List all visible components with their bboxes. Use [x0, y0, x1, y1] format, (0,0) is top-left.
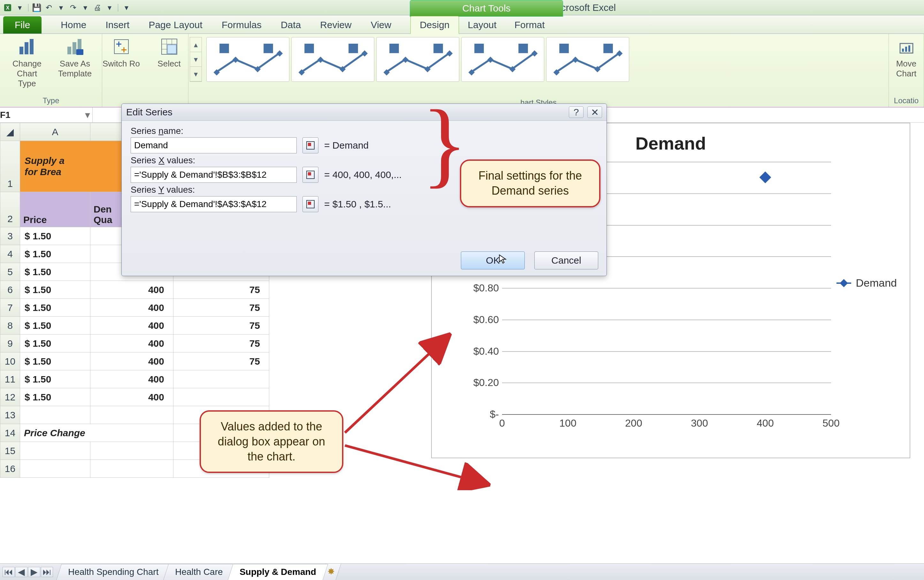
tab-page-layout[interactable]: Page Layout: [139, 16, 212, 33]
chart-style-2[interactable]: [291, 37, 374, 82]
cell-A11[interactable]: $ 1.50: [20, 371, 90, 388]
ok-button[interactable]: OK: [461, 252, 525, 269]
sheet-nav-next-icon[interactable]: ▶: [28, 567, 40, 577]
cell-A7[interactable]: $ 1.50: [20, 299, 90, 317]
series-name-ref-button[interactable]: [303, 137, 319, 153]
row-header-8[interactable]: 8: [0, 317, 20, 334]
cell-C9[interactable]: 75: [173, 334, 269, 353]
select-all-corner[interactable]: ◢: [0, 123, 20, 141]
cell-A3[interactable]: $ 1.50: [20, 227, 90, 245]
sheet-tab-health-spending[interactable]: Health Spending Chart: [56, 564, 171, 580]
sheet-nav-first-icon[interactable]: ⏮: [3, 567, 15, 577]
chart-legend[interactable]: Demand: [837, 277, 897, 289]
series-y-input[interactable]: [131, 196, 297, 212]
scroll-up-icon[interactable]: ▴: [190, 37, 202, 52]
cell-C12[interactable]: [173, 388, 269, 406]
tab-data[interactable]: Data: [271, 16, 311, 33]
row-header-1[interactable]: 1: [0, 141, 20, 192]
sheet-nav-prev-icon[interactable]: ◀: [15, 567, 28, 577]
row-header-5[interactable]: 5: [0, 263, 20, 281]
row-header-11[interactable]: 11: [0, 371, 20, 388]
series-x-input[interactable]: [131, 167, 297, 183]
select-data-button[interactable]: Select: [150, 37, 188, 69]
cell-A2[interactable]: Price: [20, 192, 90, 227]
cell-B12[interactable]: 400: [90, 388, 173, 406]
tab-format[interactable]: Format: [506, 16, 554, 33]
cell-A5[interactable]: $ 1.50: [20, 263, 90, 281]
cell-B13[interactable]: [90, 406, 173, 424]
chart-style-4[interactable]: [461, 37, 544, 82]
undo-icon[interactable]: ↶: [44, 3, 53, 12]
tab-formulas[interactable]: Formulas: [212, 16, 271, 33]
dialog-title-bar[interactable]: Edit Series ? ✕: [122, 104, 607, 121]
cell-C7[interactable]: 75: [173, 299, 269, 317]
row-header-10[interactable]: 10: [0, 353, 20, 371]
tab-design[interactable]: Design: [410, 16, 459, 34]
cell-C8[interactable]: 75: [173, 317, 269, 334]
cell-A10[interactable]: $ 1.50: [20, 353, 90, 371]
cell-B10[interactable]: 400: [90, 353, 173, 371]
cell-A9[interactable]: $ 1.50: [20, 334, 90, 353]
dialog-help-button[interactable]: ?: [569, 106, 584, 118]
cell-B7[interactable]: 400: [90, 299, 173, 317]
chart-style-5[interactable]: [546, 37, 629, 82]
name-box[interactable]: F1 ▾: [0, 107, 93, 122]
cell-C10[interactable]: 75: [173, 353, 269, 371]
name-box-dropdown-icon[interactable]: ▾: [83, 110, 92, 120]
cell-A8[interactable]: $ 1.50: [20, 317, 90, 334]
tab-layout[interactable]: Layout: [459, 16, 506, 33]
row-header-4[interactable]: 4: [0, 245, 20, 263]
gallery-expand-icon[interactable]: ▾: [190, 67, 202, 81]
row-header-13[interactable]: 13: [0, 406, 20, 424]
dialog-close-button[interactable]: ✕: [587, 106, 602, 118]
redo-dropdown-icon[interactable]: ▾: [81, 3, 90, 12]
tab-view[interactable]: View: [361, 16, 401, 33]
chart-style-1[interactable]: [206, 37, 289, 82]
cell-A6[interactable]: $ 1.50: [20, 281, 90, 299]
customize-qat-icon[interactable]: ▾: [122, 3, 131, 12]
move-chart-button[interactable]: Move Chart: [892, 37, 921, 79]
change-chart-type-button[interactable]: Change Chart Type: [8, 37, 46, 89]
cell-B15[interactable]: [90, 442, 173, 460]
sheet-nav-last-icon[interactable]: ⏭: [41, 567, 53, 577]
save-icon[interactable]: 💾: [32, 3, 41, 12]
excel-icon[interactable]: X: [3, 3, 12, 12]
cell-B11[interactable]: 400: [90, 371, 173, 388]
row-header-9[interactable]: 9: [0, 334, 20, 353]
sheet-tab-health-care[interactable]: Health Care: [163, 564, 235, 580]
tab-review[interactable]: Review: [311, 16, 361, 33]
series-y-ref-button[interactable]: [303, 196, 319, 212]
row-header-7[interactable]: 7: [0, 299, 20, 317]
cell-B16[interactable]: [90, 460, 173, 478]
switch-row-column-button[interactable]: Switch Ro: [102, 37, 141, 69]
scroll-down-icon[interactable]: ▾: [190, 52, 202, 67]
qat-dropdown-icon[interactable]: ▾: [15, 3, 24, 12]
row-header-2[interactable]: 2: [0, 192, 20, 227]
chart-style-3[interactable]: [376, 37, 459, 82]
print-dropdown-icon[interactable]: ▾: [105, 3, 114, 12]
cell-C11[interactable]: [173, 371, 269, 388]
row-header-15[interactable]: 15: [0, 442, 20, 460]
series-name-input[interactable]: [131, 137, 297, 153]
tab-file[interactable]: File: [3, 16, 41, 33]
cell-A12[interactable]: $ 1.50: [20, 388, 90, 406]
row-header-16[interactable]: 16: [0, 460, 20, 478]
cell-A16[interactable]: [20, 460, 90, 478]
cell-B8[interactable]: 400: [90, 317, 173, 334]
cell-A13[interactable]: [20, 406, 90, 424]
tab-insert[interactable]: Insert: [96, 16, 139, 33]
row-header-6[interactable]: 6: [0, 281, 20, 299]
cell-A4[interactable]: $ 1.50: [20, 245, 90, 263]
row-header-12[interactable]: 12: [0, 388, 20, 406]
print-icon[interactable]: 🖨: [93, 3, 102, 12]
cell-B9[interactable]: 400: [90, 334, 173, 353]
cell-C6[interactable]: 75: [173, 281, 269, 299]
series-x-ref-button[interactable]: [303, 167, 319, 183]
chart-styles-gallery[interactable]: [203, 34, 889, 85]
save-as-template-button[interactable]: Save As Template: [56, 37, 94, 89]
col-header-A[interactable]: A: [20, 123, 90, 141]
undo-dropdown-icon[interactable]: ▾: [56, 3, 66, 12]
cell-A15[interactable]: [20, 442, 90, 460]
chart-data-marker[interactable]: [760, 171, 771, 183]
tab-home[interactable]: Home: [51, 16, 96, 33]
